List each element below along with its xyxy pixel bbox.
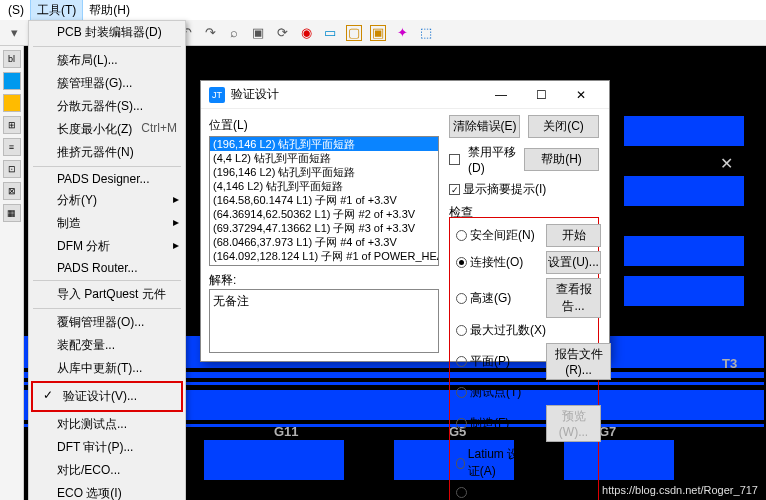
list-item[interactable]: (196,146 L2) 钻孔到平面短路	[210, 137, 438, 151]
menu-tools[interactable]: 工具(T)	[30, 0, 83, 22]
clear-errors-button[interactable]: 清除错误(E)	[449, 115, 520, 138]
maximize-button[interactable]: ☐	[521, 88, 561, 102]
dialog-titlebar[interactable]: JT 验证设计 — ☐ ✕	[201, 81, 609, 109]
side-icon-2[interactable]	[3, 94, 21, 112]
menu-item-12[interactable]: 覆铜管理器(O)...	[29, 311, 185, 334]
dialog-title: 验证设计	[231, 86, 481, 103]
explain-textbox[interactable]: 无备注	[209, 289, 439, 353]
menu-item-10[interactable]: PADS Router...	[29, 258, 185, 278]
menu-item-1[interactable]: 簇布局(L)...	[29, 49, 185, 72]
tool-icon-1[interactable]: ◉	[298, 25, 314, 41]
menubar: (S) 工具(T) 帮助(H)	[0, 0, 766, 20]
zoom-fit-icon[interactable]: ▣	[250, 25, 266, 41]
menu-item-16[interactable]: 对比测试点...	[29, 413, 185, 436]
list-item[interactable]: (164.092,128.124 L1) 子网 #1 of POWER_HEAT…	[210, 249, 438, 263]
menu-item-5[interactable]: 推挤元器件(N)	[29, 141, 185, 164]
check-group: 安全间距(N) 开始 连接性(O) 设置(U)... 高速(G) 查看报告...…	[449, 217, 599, 500]
show-summary-checkbox[interactable]: ✓	[449, 184, 460, 195]
minimize-button[interactable]: —	[481, 88, 521, 102]
location-listbox[interactable]: (196,146 L2) 钻孔到平面短路(4,4 L2) 钻孔到平面短路(196…	[209, 136, 439, 266]
tool-icon-2[interactable]: ▭	[322, 25, 338, 41]
list-item[interactable]: (164.58,60.1474 L1) 子网 #1 of +3.3V	[210, 193, 438, 207]
disable-pan-checkbox[interactable]	[449, 154, 460, 165]
radio-highspeed[interactable]	[456, 293, 467, 304]
menu-item-13[interactable]: 装配变量...	[29, 334, 185, 357]
menu-item-3[interactable]: 分散元器件(S)...	[29, 95, 185, 118]
refresh-icon[interactable]: ⟳	[274, 25, 290, 41]
ref-g11: G11	[274, 424, 299, 439]
ref-t3: T3	[722, 356, 737, 371]
tool-icon-6[interactable]: ⬚	[418, 25, 434, 41]
radio-wiring[interactable]	[456, 487, 467, 498]
radio-fabrication[interactable]	[456, 418, 467, 429]
zoom-icon[interactable]: ⌕	[226, 25, 242, 41]
tool-icon-3[interactable]: ▢	[346, 25, 362, 41]
ref-g7: G7	[599, 424, 616, 439]
menu-help[interactable]: 帮助(H)	[83, 0, 136, 21]
radio-clearance[interactable]	[456, 230, 467, 241]
list-item[interactable]: (68.0466,37.973 L1) 子网 #4 of +3.3V	[210, 235, 438, 249]
list-item[interactable]: (188.98616,37.13734 L1) 子网 #2 of POWER_H…	[210, 263, 438, 266]
radio-latium[interactable]	[456, 458, 465, 469]
verify-design-dialog: JT 验证设计 — ☐ ✕ 位置(L) (196,146 L2) 钻孔到平面短路…	[200, 80, 610, 362]
menu-item-18[interactable]: 对比/ECO...	[29, 459, 185, 482]
menu-item-11[interactable]: 导入 PartQuest 元件	[29, 283, 185, 306]
setup-button[interactable]: 设置(U)...	[546, 251, 601, 274]
preview-button: 预览(W)...	[546, 405, 601, 442]
side-icon-1[interactable]	[3, 72, 21, 90]
side-toolbar: bl ⊞ ≡ ⊡ ⊠ ▦	[0, 46, 24, 500]
radio-testpoint[interactable]	[456, 387, 467, 398]
list-item[interactable]: (196,146 L2) 钻孔到平面短路	[210, 165, 438, 179]
menu-item-19[interactable]: ECO 选项(I)	[29, 482, 185, 500]
list-item[interactable]: (4,4 L2) 钻孔到平面短路	[210, 151, 438, 165]
radio-connectivity[interactable]	[456, 257, 467, 268]
menu-item-8[interactable]: 制造▸	[29, 212, 185, 235]
report-file-button[interactable]: 报告文件(R)...	[546, 343, 611, 380]
watermark: https://blog.csdn.net/Roger_717	[602, 484, 758, 496]
show-summary-label: 显示摘要提示(I)	[463, 181, 546, 198]
close-button[interactable]: ✕	[561, 88, 601, 102]
drc-marker-icon: ✕	[720, 154, 733, 173]
menu-item-9[interactable]: DFM 分析▸	[29, 235, 185, 258]
disable-pan-label: 禁用平移(D)	[468, 144, 516, 175]
list-item[interactable]: (4,146 L2) 钻孔到平面短路	[210, 179, 438, 193]
list-item[interactable]: (64.36914,62.50362 L1) 子网 #2 of +3.3V	[210, 207, 438, 221]
menu-left-fragment[interactable]: (S)	[2, 1, 30, 19]
radio-plane[interactable]	[456, 356, 467, 367]
tool-icon-5[interactable]: ✦	[394, 25, 410, 41]
side-icon-7[interactable]: ▦	[3, 204, 21, 222]
close-dialog-button[interactable]: 关闭(C)	[528, 115, 599, 138]
side-icon-6[interactable]: ⊠	[3, 182, 21, 200]
menu-item-7[interactable]: 分析(Y)▸	[29, 189, 185, 212]
view-report-button[interactable]: 查看报告...	[546, 278, 601, 318]
dialog-icon: JT	[209, 87, 225, 103]
menu-item-4[interactable]: 长度最小化(Z)Ctrl+M	[29, 118, 185, 141]
list-item[interactable]: (69.37294,47.13662 L1) 子网 #3 of +3.3V	[210, 221, 438, 235]
side-icon-5[interactable]: ⊡	[3, 160, 21, 178]
menu-item-6[interactable]: PADS Designer...	[29, 169, 185, 189]
menu-item-14[interactable]: 从库中更新(T)...	[29, 357, 185, 380]
tools-menu-dropdown: PCB 封装编辑器(D)簇布局(L)...簇管理器(G)...分散元器件(S).…	[28, 20, 186, 500]
side-icon-3[interactable]: ⊞	[3, 116, 21, 134]
menu-item-0[interactable]: PCB 封装编辑器(D)	[29, 21, 185, 44]
menu-item-2[interactable]: 簇管理器(G)...	[29, 72, 185, 95]
menu-item-17[interactable]: DFT 审计(P)...	[29, 436, 185, 459]
help-button[interactable]: 帮助(H)	[524, 148, 599, 171]
tool-icon-4[interactable]: ▣	[370, 25, 386, 41]
redo-icon[interactable]: ↷	[202, 25, 218, 41]
start-button[interactable]: 开始	[546, 224, 601, 247]
side-icon-4[interactable]: ≡	[3, 138, 21, 156]
menu-item-15[interactable]: 验证设计(V)...✓	[35, 385, 179, 408]
side-icon-bl[interactable]: bl	[3, 50, 21, 68]
dropdown-icon[interactable]: ▾	[6, 25, 22, 41]
radio-maxvia[interactable]	[456, 325, 467, 336]
